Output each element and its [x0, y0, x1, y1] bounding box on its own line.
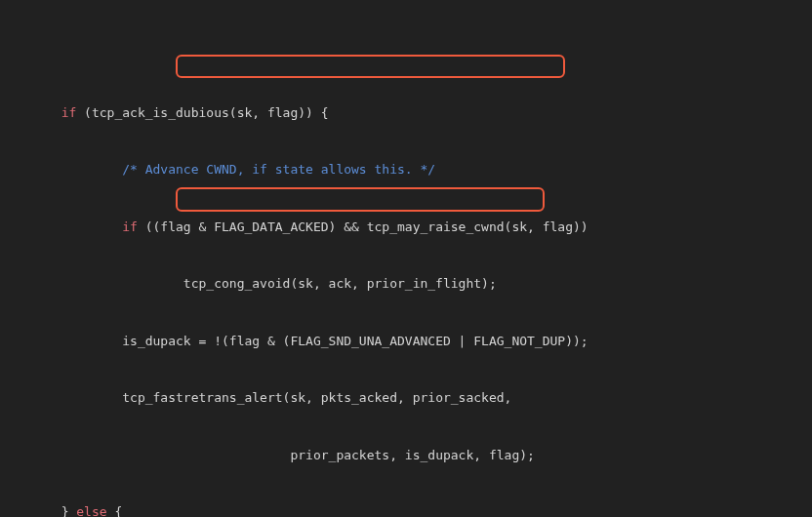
indent — [0, 105, 61, 120]
indent — [0, 390, 122, 405]
keyword: if — [122, 219, 138, 234]
keyword: if — [61, 105, 77, 120]
comment: /* Advance CWND, if state allows this. *… — [122, 162, 435, 177]
code-line: prior_packets, is_dupack, flag); — [0, 446, 812, 465]
indent — [0, 162, 122, 177]
highlight-box-1 — [176, 55, 565, 78]
indent — [0, 448, 290, 462]
code-text: tcp_fastretrans_alert(sk, pkts_acked, pr… — [122, 390, 511, 405]
keyword: else — [76, 504, 106, 517]
code-text: { — [107, 504, 123, 517]
indent — [0, 219, 122, 234]
code-line: if (tcp_ack_is_dubious(sk, flag)) { — [0, 103, 812, 123]
code-text: ((flag & FLAG_DATA_ACKED) && tcp_may_rai… — [138, 219, 589, 234]
indent — [0, 276, 183, 291]
code-line: tcp_cong_avoid(sk, ack, prior_in_flight)… — [0, 274, 812, 294]
code-line: if ((flag & FLAG_DATA_ACKED) && tcp_may_… — [0, 218, 812, 237]
code-block: if (tcp_ack_is_dubious(sk, flag)) { /* A… — [0, 8, 812, 517]
code-text: is_dupack = !(flag & (FLAG_SND_UNA_ADVAN… — [122, 334, 588, 348]
code-text: (tcp_ack_is_dubious(sk, flag)) { — [76, 105, 328, 120]
code-line: /* Advance CWND, if state allows this. *… — [0, 160, 812, 179]
code-text: } — [61, 504, 77, 517]
code-text: tcp_cong_avoid(sk, ack, prior_in_flight)… — [183, 276, 497, 291]
code-line: } else { — [0, 502, 812, 517]
code-line: tcp_fastretrans_alert(sk, pkts_acked, pr… — [0, 388, 812, 408]
code-line: is_dupack = !(flag & (FLAG_SND_UNA_ADVAN… — [0, 332, 812, 351]
code-text: prior_packets, is_dupack, flag); — [290, 448, 534, 462]
indent — [0, 334, 122, 348]
highlight-box-2 — [176, 187, 545, 212]
indent — [0, 504, 61, 517]
